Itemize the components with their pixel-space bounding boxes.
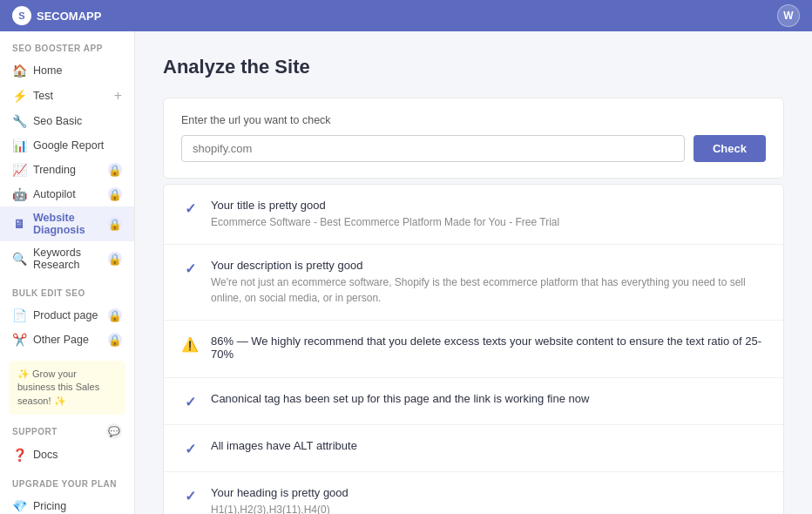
result-title-5: Your heading is pretty good bbox=[211, 486, 766, 499]
sidebar-item-label: Test bbox=[33, 90, 107, 102]
result-item-3: ✓ Canonical tag has been set up for this… bbox=[164, 378, 783, 425]
warn-icon-2: ⚠️ bbox=[181, 335, 199, 353]
logo: S SECOMAPP bbox=[12, 6, 101, 25]
lock-badge: 🔒 bbox=[108, 187, 122, 201]
sidebar-item-label: Website Diagnosis bbox=[33, 212, 101, 236]
result-text-1: Your description is pretty good We're no… bbox=[211, 259, 766, 306]
result-item-1: ✓ Your description is pretty good We're … bbox=[164, 245, 783, 321]
add-icon: + bbox=[114, 88, 122, 104]
lock-badge: 🔒 bbox=[108, 333, 122, 347]
result-item-0: ✓ Your title is pretty good Ecommerce So… bbox=[164, 185, 783, 245]
topbar: S SECOMAPP W bbox=[0, 0, 812, 31]
result-text-0: Your title is pretty good Ecommerce Soft… bbox=[211, 199, 766, 230]
lock-badge: 🔒 bbox=[108, 217, 122, 231]
sidebar: SEO BOOSTER APP 🏠 Home ⚡ Test + 🔧 Seo Ba… bbox=[0, 31, 135, 514]
sidebar-item-docs[interactable]: ❓ Docs bbox=[0, 443, 134, 467]
sidebar-item-label: Autopilot bbox=[33, 188, 101, 200]
test-icon: ⚡ bbox=[12, 89, 26, 103]
url-input[interactable] bbox=[181, 135, 685, 162]
sidebar-section-seo-booster: SEO BOOSTER APP bbox=[0, 31, 134, 58]
home-icon: 🏠 bbox=[12, 64, 26, 78]
sidebar-section-bulk-edit: BULK EDIT SEO bbox=[0, 276, 134, 303]
result-title-0: Your title is pretty good bbox=[211, 199, 766, 212]
sidebar-item-label: Trending bbox=[33, 164, 101, 176]
result-text-2: 86% — We highly recommend that you delet… bbox=[211, 335, 766, 363]
sidebar-item-seo-basic[interactable]: 🔧 Seo Basic bbox=[0, 109, 134, 133]
check-icon-5: ✓ bbox=[181, 487, 199, 504]
autopilot-icon: 🤖 bbox=[12, 187, 26, 201]
support-label: SUPPORT bbox=[12, 427, 58, 436]
sidebar-item-trending[interactable]: 📈 Trending 🔒 bbox=[0, 158, 134, 182]
keywords-research-icon: 🔍 bbox=[12, 252, 26, 266]
sidebar-item-keywords-research[interactable]: 🔍 Keywords Research 🔒 bbox=[0, 241, 134, 276]
result-text-5: Your heading is pretty good H1(1),H2(3),… bbox=[211, 486, 766, 514]
url-input-row: Check bbox=[181, 135, 766, 162]
sidebar-section-upgrade: UPGRADE YOUR PLAN bbox=[0, 467, 134, 494]
other-page-icon: ✂️ bbox=[12, 333, 26, 347]
sidebar-item-label: Pricing bbox=[33, 500, 122, 512]
result-desc-1: We're not just an ecommerce software, Sh… bbox=[211, 274, 766, 306]
result-title-2: 86% — We highly recommend that you delet… bbox=[211, 335, 766, 361]
result-title-4: All images have ALT attribute bbox=[211, 439, 766, 452]
promo-banner: ✨ Grow your business this Sales season! … bbox=[9, 361, 125, 415]
seo-basic-icon: 🔧 bbox=[12, 114, 26, 128]
sidebar-item-product-page[interactable]: 📄 Product page 🔒 bbox=[0, 303, 134, 328]
lock-badge: 🔒 bbox=[108, 252, 122, 266]
page-title: Analyze the Site bbox=[163, 56, 784, 78]
sidebar-item-label: Google Report bbox=[33, 139, 122, 152]
main-content: Analyze the Site Enter the url you want … bbox=[135, 31, 812, 514]
website-diagnosis-icon: 🖥 bbox=[12, 217, 26, 231]
sidebar-item-test[interactable]: ⚡ Test + bbox=[0, 83, 134, 109]
check-icon-4: ✓ bbox=[181, 440, 199, 457]
sidebar-item-label: Keywords Research bbox=[33, 247, 101, 271]
result-desc-0: Ecommerce Software - Best Ecommerce Plat… bbox=[211, 214, 766, 230]
product-page-icon: 📄 bbox=[12, 308, 26, 322]
chat-icon: 💬 bbox=[106, 423, 122, 439]
sidebar-item-google-report[interactable]: 📊 Google Report bbox=[0, 133, 134, 158]
check-icon-1: ✓ bbox=[181, 260, 199, 277]
sidebar-item-other-page[interactable]: ✂️ Other Page 🔒 bbox=[0, 328, 134, 352]
check-icon-3: ✓ bbox=[181, 393, 199, 410]
sidebar-item-autopilot[interactable]: 🤖 Autopilot 🔒 bbox=[0, 182, 134, 206]
logo-icon: S bbox=[12, 6, 31, 25]
result-title-1: Your description is pretty good bbox=[211, 259, 766, 272]
sidebar-item-label: Docs bbox=[33, 449, 122, 461]
docs-icon: ❓ bbox=[12, 448, 26, 462]
result-item-5: ✓ Your heading is pretty good H1(1),H2(3… bbox=[164, 472, 783, 514]
sidebar-item-pricing[interactable]: 💎 Pricing bbox=[0, 494, 134, 514]
result-desc-5: H1(1),H2(3),H3(11),H4(0) bbox=[211, 502, 766, 514]
sidebar-item-label: Other Page bbox=[33, 334, 101, 346]
sidebar-item-label: Home bbox=[33, 64, 122, 77]
pricing-icon: 💎 bbox=[12, 499, 26, 513]
lock-badge: 🔒 bbox=[108, 163, 122, 177]
lock-badge: 🔒 bbox=[108, 308, 122, 322]
result-item-4: ✓ All images have ALT attribute bbox=[164, 425, 783, 472]
check-icon-0: ✓ bbox=[181, 200, 199, 217]
sidebar-item-home[interactable]: 🏠 Home bbox=[0, 58, 134, 83]
url-card: Enter the url you want to check Check bbox=[163, 98, 784, 179]
url-label: Enter the url you want to check bbox=[181, 114, 766, 126]
sidebar-item-label: Product page bbox=[33, 309, 101, 321]
result-text-3: Canonical tag has been set up for this p… bbox=[211, 392, 766, 408]
trending-icon: 📈 bbox=[12, 163, 26, 177]
result-text-4: All images have ALT attribute bbox=[211, 439, 766, 455]
logo-text: SECOMAPP bbox=[37, 10, 101, 23]
user-avatar[interactable]: W bbox=[777, 4, 800, 27]
check-button[interactable]: Check bbox=[694, 135, 766, 162]
result-title-3: Canonical tag has been set up for this p… bbox=[211, 392, 766, 405]
results-card: ✓ Your title is pretty good Ecommerce So… bbox=[163, 184, 784, 514]
sidebar-item-website-diagnosis[interactable]: 🖥 Website Diagnosis 🔒 bbox=[0, 206, 134, 241]
google-report-icon: 📊 bbox=[12, 139, 26, 152]
sidebar-item-label: Seo Basic bbox=[33, 115, 122, 127]
result-item-2: ⚠️ 86% — We highly recommend that you de… bbox=[164, 321, 783, 378]
